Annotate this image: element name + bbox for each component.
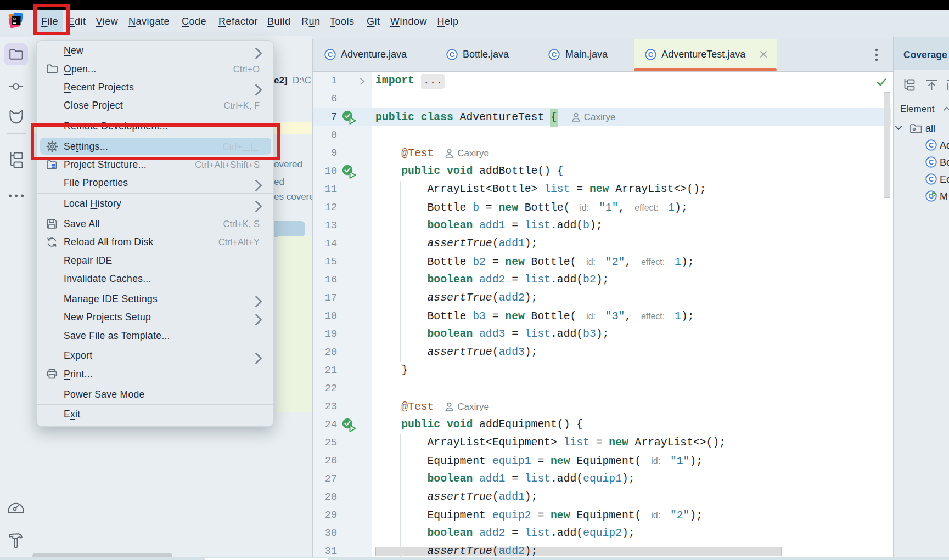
svg-text:C: C — [648, 50, 654, 59]
svg-text:IJ: IJ — [13, 16, 16, 21]
svg-text:C: C — [929, 175, 934, 183]
svg-text:C: C — [552, 50, 557, 59]
svg-text:C: C — [929, 158, 934, 166]
svg-text:C: C — [327, 50, 333, 59]
svg-text:C: C — [929, 141, 934, 149]
svg-text:C: C — [450, 50, 455, 59]
